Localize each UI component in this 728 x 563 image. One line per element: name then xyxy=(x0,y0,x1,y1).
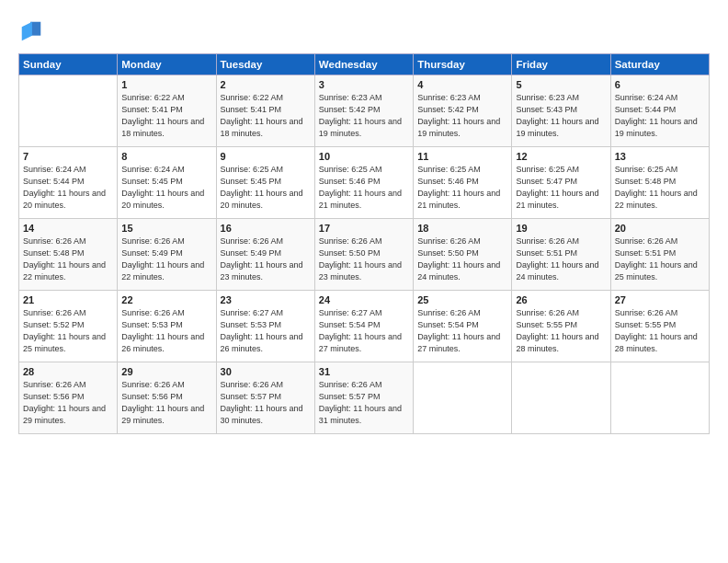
day-number: 12 xyxy=(516,151,606,162)
header-row: SundayMondayTuesdayWednesdayThursdayFrid… xyxy=(19,54,710,75)
day-detail: Sunrise: 6:24 AMSunset: 5:45 PMDaylight:… xyxy=(121,164,211,212)
calendar-cell: 8Sunrise: 6:24 AMSunset: 5:45 PMDaylight… xyxy=(118,147,216,219)
day-detail: Sunrise: 6:24 AMSunset: 5:44 PMDaylight:… xyxy=(23,164,113,212)
calendar-cell: 30Sunrise: 6:26 AMSunset: 5:57 PMDayligh… xyxy=(216,362,314,434)
week-row-1: 1Sunrise: 6:22 AMSunset: 5:41 PMDaylight… xyxy=(19,75,710,147)
calendar-cell: 10Sunrise: 6:25 AMSunset: 5:46 PMDayligh… xyxy=(314,147,413,219)
day-number: 1 xyxy=(121,79,211,90)
calendar-cell: 31Sunrise: 6:26 AMSunset: 5:57 PMDayligh… xyxy=(314,362,413,434)
day-number: 16 xyxy=(221,223,311,234)
calendar-cell: 24Sunrise: 6:27 AMSunset: 5:54 PMDayligh… xyxy=(314,291,413,362)
day-number: 28 xyxy=(23,366,113,377)
day-number: 8 xyxy=(121,151,211,162)
header xyxy=(18,15,710,44)
calendar-cell: 5Sunrise: 6:23 AMSunset: 5:43 PMDaylight… xyxy=(512,75,610,147)
day-detail: Sunrise: 6:27 AMSunset: 5:53 PMDaylight:… xyxy=(221,307,311,355)
day-detail: Sunrise: 6:26 AMSunset: 5:51 PMDaylight:… xyxy=(615,236,705,283)
calendar-cell: 13Sunrise: 6:25 AMSunset: 5:48 PMDayligh… xyxy=(610,147,709,219)
day-number: 25 xyxy=(417,294,507,305)
day-detail: Sunrise: 6:25 AMSunset: 5:46 PMDaylight:… xyxy=(319,164,409,212)
day-number: 17 xyxy=(319,223,409,234)
day-number: 5 xyxy=(516,79,606,90)
day-detail: Sunrise: 6:26 AMSunset: 5:57 PMDaylight:… xyxy=(221,379,311,427)
calendar-cell: 16Sunrise: 6:26 AMSunset: 5:49 PMDayligh… xyxy=(216,219,314,291)
day-detail: Sunrise: 6:23 AMSunset: 5:43 PMDaylight:… xyxy=(516,92,606,140)
week-row-3: 14Sunrise: 6:26 AMSunset: 5:48 PMDayligh… xyxy=(19,219,710,291)
day-detail: Sunrise: 6:22 AMSunset: 5:41 PMDaylight:… xyxy=(121,92,211,140)
calendar-cell: 22Sunrise: 6:26 AMSunset: 5:53 PMDayligh… xyxy=(118,291,216,362)
day-detail: Sunrise: 6:26 AMSunset: 5:50 PMDaylight:… xyxy=(319,236,409,283)
day-detail: Sunrise: 6:22 AMSunset: 5:41 PMDaylight:… xyxy=(221,92,311,140)
week-row-2: 7Sunrise: 6:24 AMSunset: 5:44 PMDaylight… xyxy=(19,147,710,219)
day-number: 10 xyxy=(319,151,409,162)
day-detail: Sunrise: 6:25 AMSunset: 5:45 PMDaylight:… xyxy=(221,164,311,212)
day-detail: Sunrise: 6:26 AMSunset: 5:57 PMDaylight:… xyxy=(319,379,409,427)
col-header-thursday: Thursday xyxy=(414,54,512,75)
day-number: 24 xyxy=(319,294,409,305)
svg-marker-1 xyxy=(22,22,32,41)
calendar-cell: 7Sunrise: 6:24 AMSunset: 5:44 PMDaylight… xyxy=(19,147,118,219)
calendar-page: SundayMondayTuesdayWednesdayThursdayFrid… xyxy=(0,0,728,563)
calendar-cell: 14Sunrise: 6:26 AMSunset: 5:48 PMDayligh… xyxy=(19,219,118,291)
day-number: 6 xyxy=(615,79,705,90)
calendar-cell: 6Sunrise: 6:24 AMSunset: 5:44 PMDaylight… xyxy=(610,75,709,147)
col-header-tuesday: Tuesday xyxy=(216,54,314,75)
day-number: 11 xyxy=(417,151,507,162)
col-header-wednesday: Wednesday xyxy=(314,54,413,75)
calendar-cell: 21Sunrise: 6:26 AMSunset: 5:52 PMDayligh… xyxy=(19,291,118,362)
logo xyxy=(18,18,48,44)
calendar-cell: 9Sunrise: 6:25 AMSunset: 5:45 PMDaylight… xyxy=(216,147,314,219)
week-row-5: 28Sunrise: 6:26 AMSunset: 5:56 PMDayligh… xyxy=(19,362,710,434)
day-detail: Sunrise: 6:23 AMSunset: 5:42 PMDaylight:… xyxy=(417,92,507,140)
day-number: 27 xyxy=(615,294,705,305)
calendar-cell: 15Sunrise: 6:26 AMSunset: 5:49 PMDayligh… xyxy=(118,219,216,291)
day-number: 26 xyxy=(516,294,606,305)
calendar-cell: 11Sunrise: 6:25 AMSunset: 5:46 PMDayligh… xyxy=(414,147,512,219)
col-header-sunday: Sunday xyxy=(19,54,118,75)
calendar-cell: 26Sunrise: 6:26 AMSunset: 5:55 PMDayligh… xyxy=(512,291,610,362)
day-detail: Sunrise: 6:26 AMSunset: 5:55 PMDaylight:… xyxy=(615,307,705,355)
day-number: 7 xyxy=(23,151,113,162)
calendar-cell: 27Sunrise: 6:26 AMSunset: 5:55 PMDayligh… xyxy=(610,291,709,362)
day-number: 3 xyxy=(319,79,409,90)
day-detail: Sunrise: 6:25 AMSunset: 5:48 PMDaylight:… xyxy=(615,164,705,212)
day-number: 31 xyxy=(319,366,409,377)
logo-icon xyxy=(18,18,44,44)
day-number: 20 xyxy=(615,223,705,234)
calendar-cell: 1Sunrise: 6:22 AMSunset: 5:41 PMDaylight… xyxy=(118,75,216,147)
col-header-monday: Monday xyxy=(118,54,216,75)
calendar-cell: 19Sunrise: 6:26 AMSunset: 5:51 PMDayligh… xyxy=(512,219,610,291)
calendar-cell: 18Sunrise: 6:26 AMSunset: 5:50 PMDayligh… xyxy=(414,219,512,291)
day-detail: Sunrise: 6:26 AMSunset: 5:49 PMDaylight:… xyxy=(121,236,211,283)
day-detail: Sunrise: 6:24 AMSunset: 5:44 PMDaylight:… xyxy=(615,92,705,140)
day-detail: Sunrise: 6:26 AMSunset: 5:52 PMDaylight:… xyxy=(23,307,113,355)
col-header-saturday: Saturday xyxy=(610,54,709,75)
calendar-cell: 2Sunrise: 6:22 AMSunset: 5:41 PMDaylight… xyxy=(216,75,314,147)
calendar-cell: 17Sunrise: 6:26 AMSunset: 5:50 PMDayligh… xyxy=(314,219,413,291)
day-detail: Sunrise: 6:26 AMSunset: 5:51 PMDaylight:… xyxy=(516,236,606,283)
day-number: 4 xyxy=(417,79,507,90)
calendar-cell: 29Sunrise: 6:26 AMSunset: 5:56 PMDayligh… xyxy=(118,362,216,434)
day-detail: Sunrise: 6:26 AMSunset: 5:49 PMDaylight:… xyxy=(221,236,311,283)
calendar-cell: 23Sunrise: 6:27 AMSunset: 5:53 PMDayligh… xyxy=(216,291,314,362)
calendar-cell xyxy=(19,75,118,147)
day-number: 22 xyxy=(121,294,211,305)
calendar-cell xyxy=(414,362,512,434)
day-number: 9 xyxy=(221,151,311,162)
day-detail: Sunrise: 6:26 AMSunset: 5:48 PMDaylight:… xyxy=(23,236,113,283)
day-number: 14 xyxy=(23,223,113,234)
day-number: 21 xyxy=(23,294,113,305)
day-detail: Sunrise: 6:26 AMSunset: 5:54 PMDaylight:… xyxy=(417,307,507,355)
day-number: 13 xyxy=(615,151,705,162)
day-number: 18 xyxy=(417,223,507,234)
calendar-cell: 3Sunrise: 6:23 AMSunset: 5:42 PMDaylight… xyxy=(314,75,413,147)
day-detail: Sunrise: 6:27 AMSunset: 5:54 PMDaylight:… xyxy=(319,307,409,355)
calendar-table: SundayMondayTuesdayWednesdayThursdayFrid… xyxy=(18,53,710,434)
day-detail: Sunrise: 6:26 AMSunset: 5:56 PMDaylight:… xyxy=(23,379,113,427)
day-detail: Sunrise: 6:26 AMSunset: 5:55 PMDaylight:… xyxy=(516,307,606,355)
day-detail: Sunrise: 6:26 AMSunset: 5:53 PMDaylight:… xyxy=(121,307,211,355)
day-number: 15 xyxy=(121,223,211,234)
week-row-4: 21Sunrise: 6:26 AMSunset: 5:52 PMDayligh… xyxy=(19,291,710,362)
calendar-cell: 28Sunrise: 6:26 AMSunset: 5:56 PMDayligh… xyxy=(19,362,118,434)
day-number: 29 xyxy=(121,366,211,377)
